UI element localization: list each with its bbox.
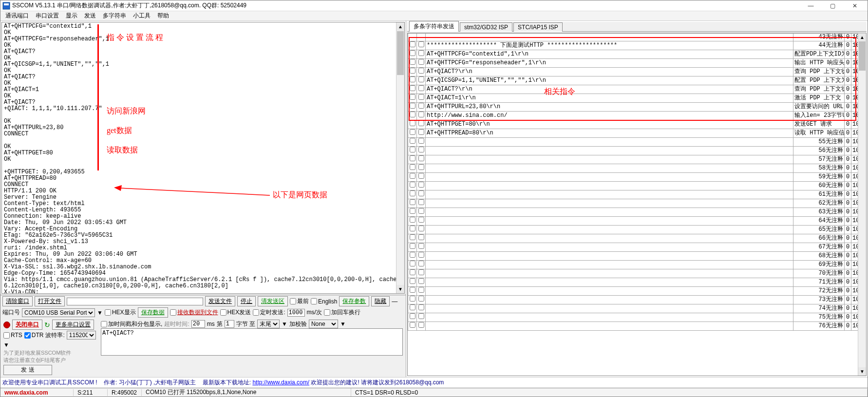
recv-file-checkbox[interactable]	[170, 309, 176, 316]
menu-display[interactable]: 显示	[63, 11, 80, 21]
row-count[interactable]: 0	[845, 234, 851, 243]
row-checkbox[interactable]	[408, 304, 417, 313]
row-command[interactable]: AT+QHTTPURL=23,80\r\n	[426, 103, 793, 112]
row-command[interactable]: AT+QIACT=1\r\n	[426, 94, 793, 103]
row-command[interactable]	[426, 217, 793, 226]
file-path-field[interactable]	[67, 298, 203, 305]
timestamp-checkbox[interactable]	[101, 321, 107, 327]
row-command[interactable]	[426, 269, 793, 278]
row-note[interactable]: 68无注释	[793, 252, 845, 261]
row-note[interactable]: 配置PDP上下文ID为1	[793, 50, 845, 59]
row-checkbox2[interactable]	[417, 217, 426, 226]
row-note[interactable]: 71无注释	[793, 278, 845, 287]
row-count[interactable]: 0	[845, 103, 851, 112]
row-checkbox[interactable]	[408, 120, 417, 129]
row-checkbox2[interactable]	[417, 234, 426, 243]
scroll-thumb[interactable]	[397, 31, 404, 75]
row-count[interactable]: 0	[845, 252, 851, 261]
baud-dropdown-icon[interactable]: ▼	[3, 341, 9, 348]
row-checkbox2[interactable]	[417, 138, 426, 147]
row-count[interactable]: 0	[845, 296, 851, 304]
checksum-select[interactable]: None	[309, 320, 338, 328]
row-command[interactable]	[426, 155, 793, 164]
close-port-button[interactable]: 关闭串口	[12, 320, 42, 330]
row-checkbox2[interactable]	[417, 173, 426, 182]
row-checkbox2[interactable]	[417, 313, 426, 322]
row-checkbox2[interactable]	[417, 296, 426, 304]
row-count[interactable]: 0	[845, 85, 851, 94]
scroll-down-icon[interactable]: ▼	[396, 285, 404, 293]
row-checkbox[interactable]	[408, 68, 417, 76]
row-command[interactable]	[426, 261, 793, 269]
row-checkbox[interactable]	[408, 313, 417, 322]
row-note[interactable]: 67无注释	[793, 243, 845, 252]
row-note[interactable]: 57无注释	[793, 155, 845, 164]
tab-multistring[interactable]: 多条字符串发送	[409, 21, 459, 32]
row-command[interactable]: ******************** 下面是测试HTTP *********…	[426, 41, 793, 50]
row-command[interactable]	[426, 234, 793, 243]
row-checkbox2[interactable]	[417, 120, 426, 129]
grid-scroll-down-icon[interactable]: ▼	[858, 367, 866, 376]
grid-scroll-up-icon[interactable]: ▲	[858, 33, 866, 41]
row-count[interactable]: 0	[845, 112, 851, 120]
row-command[interactable]	[426, 296, 793, 304]
row-count[interactable]: 0	[845, 313, 851, 322]
row-checkbox2[interactable]	[417, 103, 426, 112]
save-data-button[interactable]: 保存数据	[138, 307, 168, 318]
chk-dropdown-icon[interactable]: ▼	[340, 321, 346, 327]
dropdown-icon[interactable]: ▼	[97, 309, 103, 316]
row-count[interactable]: 0	[845, 41, 851, 50]
row-command[interactable]	[426, 164, 793, 173]
row-note[interactable]: 73无注释	[793, 296, 845, 304]
row-checkbox[interactable]	[408, 103, 417, 112]
grid-scrollbar[interactable]: ▲ ▼	[858, 33, 866, 376]
row-checkbox[interactable]	[408, 208, 417, 217]
row-count[interactable]: 0	[845, 261, 851, 269]
english-checkbox[interactable]	[311, 298, 317, 304]
row-checkbox[interactable]	[408, 76, 417, 85]
row-checkbox2[interactable]	[417, 112, 426, 120]
record-icon[interactable]	[3, 321, 10, 328]
row-note[interactable]: 44无注释	[793, 41, 845, 50]
row-note[interactable]: 55无注释	[793, 138, 845, 147]
tab-stm32[interactable]: stm32/GD32 ISP	[460, 22, 512, 32]
end-select[interactable]: 末尾	[257, 320, 280, 328]
row-checkbox2[interactable]	[417, 199, 426, 208]
menu-port[interactable]: 通讯端口	[2, 11, 32, 21]
row-note[interactable]: 59无注释	[793, 173, 845, 182]
timeout-field[interactable]	[191, 320, 205, 328]
nth-field[interactable]	[225, 320, 234, 328]
row-checkbox[interactable]	[408, 322, 417, 331]
row-count[interactable]: 0	[845, 190, 851, 199]
clear-send-button[interactable]: 清发送区	[258, 296, 288, 306]
row-checkbox[interactable]	[408, 85, 417, 94]
maximize-button[interactable]: ▢	[822, 1, 844, 11]
status-site[interactable]: www.daxia.com	[0, 389, 74, 396]
row-command[interactable]	[426, 304, 793, 313]
row-note[interactable]: 发送GET 请求	[793, 120, 845, 129]
row-checkbox[interactable]	[408, 41, 417, 50]
row-checkbox[interactable]	[408, 138, 417, 147]
row-checkbox[interactable]	[408, 173, 417, 182]
row-note[interactable]: 76无注释	[793, 322, 845, 331]
row-count[interactable]: 0	[845, 173, 851, 182]
row-count[interactable]: 0	[845, 120, 851, 129]
row-count[interactable]: 0	[845, 322, 851, 331]
row-checkbox[interactable]	[408, 50, 417, 59]
baud-select[interactable]: 115200	[67, 331, 96, 340]
menu-multistring[interactable]: 多字符串	[100, 11, 129, 21]
row-checkbox[interactable]	[408, 59, 417, 68]
row-note[interactable]: 查询 PDP 上下文状态	[793, 68, 845, 76]
row-checkbox2[interactable]	[417, 68, 426, 76]
row-command[interactable]	[426, 199, 793, 208]
row-checkbox[interactable]	[408, 269, 417, 278]
row-note[interactable]: 配置 PDP 上下文为 1	[793, 76, 845, 85]
row-command[interactable]	[426, 252, 793, 261]
end-dropdown-icon[interactable]: ▼	[282, 321, 287, 327]
send-file-button[interactable]: 发送文件	[205, 296, 235, 306]
row-checkbox[interactable]	[408, 287, 417, 296]
row-checkbox2[interactable]	[417, 59, 426, 68]
row-checkbox2[interactable]	[417, 155, 426, 164]
refresh-icon[interactable]: ↻	[44, 321, 50, 329]
row-checkbox2[interactable]	[417, 322, 426, 331]
